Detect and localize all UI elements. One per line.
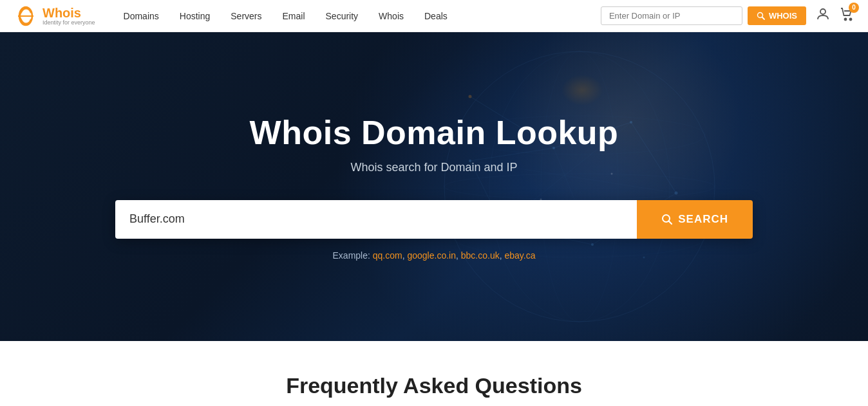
nav-search-area: WHOIS — [601, 6, 806, 25]
nav-search-input[interactable] — [601, 6, 742, 25]
nav-item-hosting[interactable]: Hosting — [171, 0, 219, 32]
logo-whois-label: Whois — [42, 6, 95, 20]
examples-area: Example: qq.com, google.co.in, bbc.co.uk… — [0, 250, 868, 261]
nav-item-whois[interactable]: Whois — [370, 0, 413, 32]
example-link-2[interactable]: google.co.in — [407, 250, 456, 261]
domain-search-input[interactable] — [115, 200, 637, 239]
search-button[interactable]: SEARCH — [637, 200, 753, 239]
nav-item-security[interactable]: Security — [317, 0, 368, 32]
examples-label: Example: — [333, 250, 370, 261]
search-icon — [661, 214, 673, 225]
hero-subtitle: Whois search for Domain and IP — [0, 161, 868, 174]
cart-button[interactable]: 0 — [840, 6, 855, 26]
hero-section: Whois Domain Lookup Whois search for Dom… — [0, 32, 868, 341]
example-link-4[interactable]: ebay.ca — [504, 250, 535, 261]
nav-icons: 0 — [815, 6, 855, 26]
hero-content: Whois Domain Lookup Whois search for Dom… — [0, 113, 868, 261]
example-link-1[interactable]: qq.com — [373, 250, 402, 261]
person-icon — [815, 6, 831, 22]
logo-link[interactable]: Whois Identity for everyone — [13, 3, 95, 29]
search-button-label: SEARCH — [678, 213, 728, 226]
svg-line-37 — [669, 221, 672, 224]
example-link-3[interactable]: bbc.co.uk — [461, 250, 500, 261]
hero-search-bar: SEARCH — [115, 200, 753, 239]
svg-point-5 — [820, 9, 826, 14]
svg-point-7 — [850, 18, 852, 20]
svg-point-6 — [845, 18, 847, 20]
hero-title: Whois Domain Lookup — [0, 113, 868, 152]
nav-whois-button[interactable]: WHOIS — [748, 6, 806, 25]
account-button[interactable] — [815, 6, 831, 26]
cart-badge: 0 — [849, 3, 859, 13]
faq-section: Frequently Asked Questions — [0, 341, 868, 406]
logo-tagline: Identity for everyone — [42, 20, 95, 26]
faq-title: Frequently Asked Questions — [0, 373, 868, 398]
nav-links: Domains Hosting Servers Email Security W… — [115, 0, 601, 32]
svg-line-4 — [762, 17, 764, 19]
nav-item-domains[interactable]: Domains — [115, 0, 168, 32]
logo-text: Whois Identity for everyone — [42, 6, 95, 26]
nav-item-email[interactable]: Email — [274, 0, 314, 32]
nav-item-servers[interactable]: Servers — [222, 0, 270, 32]
nav-item-deals[interactable]: Deals — [415, 0, 457, 32]
navbar: Whois Identity for everyone Domains Host… — [0, 0, 868, 32]
nav-whois-label: WHOIS — [769, 11, 797, 21]
logo-icon — [13, 3, 39, 29]
svg-point-24 — [469, 95, 472, 98]
search-icon-small — [757, 12, 766, 21]
